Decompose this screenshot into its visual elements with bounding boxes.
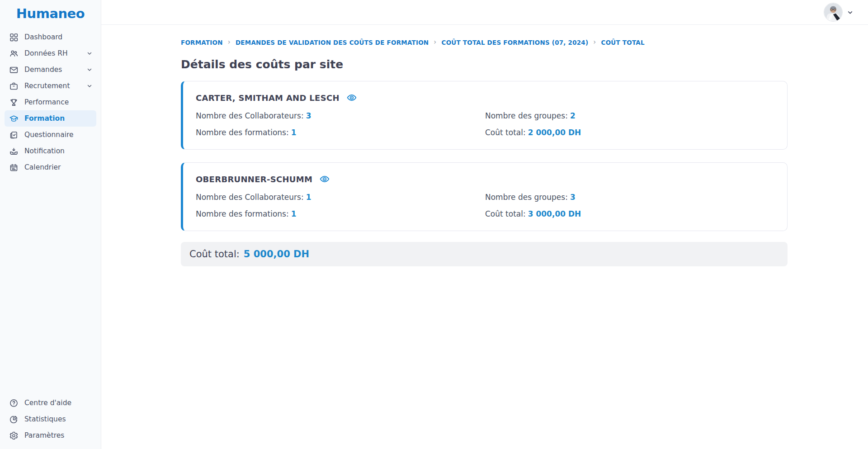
sidebar-item-statistiques[interactable]: Statistiques <box>5 411 96 427</box>
site-card-header: OBERBRUNNER-SCHUMM <box>196 174 774 184</box>
site-name: CARTER, SMITHAM AND LESCH <box>196 93 340 103</box>
chevron-right-icon: › <box>593 38 596 46</box>
sidebar-item-questionnaire[interactable]: Questionnaire <box>5 127 96 143</box>
trophy-icon <box>9 98 19 107</box>
mail-icon <box>9 65 19 75</box>
sidebar-item-performance[interactable]: Performance <box>5 94 96 110</box>
sidebar-nav: Dashboard Données RH Demandes Recr <box>0 28 101 176</box>
sidebar-item-label: Paramètres <box>24 431 64 440</box>
breadcrumb-item-formation[interactable]: FORMATION <box>181 39 223 46</box>
sidebar-footer-nav: Centre d'aide Statistiques Paramètres <box>0 394 101 449</box>
sidebar-item-label: Recrutement <box>24 82 70 90</box>
pie-chart-icon <box>9 415 19 424</box>
sidebar-item-label: Demandes <box>24 66 62 74</box>
stat-value: 1 <box>306 193 311 202</box>
sidebar-item-centre-daide[interactable]: Centre d'aide <box>5 395 96 411</box>
view-site-eye-icon[interactable] <box>346 93 357 103</box>
app-logo: Humaneo <box>0 0 101 28</box>
sidebar-item-label: Formation <box>24 114 65 123</box>
calendar-icon <box>9 163 19 172</box>
inbox-icon <box>9 147 19 156</box>
stat-groupes: Nombre des groupes:2 <box>485 111 774 120</box>
sidebar: Humaneo Dashboard Données RH Demandes <box>0 0 101 449</box>
stat-value: 1 <box>291 209 297 218</box>
breadcrumb: FORMATION › DEMANDES DE VALIDATION DES C… <box>181 38 788 47</box>
graduation-cap-icon <box>9 114 19 123</box>
sidebar-item-demandes[interactable]: Demandes <box>5 61 96 78</box>
breadcrumb-item-demandes-validation[interactable]: DEMANDES DE VALIDATION DES COÛTS DE FORM… <box>236 39 429 46</box>
help-circle-icon <box>9 398 19 408</box>
page-content: FORMATION › DEMANDES DE VALIDATION DES C… <box>101 25 868 266</box>
chevron-right-icon: › <box>434 38 436 46</box>
main-area: FORMATION › DEMANDES DE VALIDATION DES C… <box>101 0 868 449</box>
sidebar-item-label: Notification <box>24 147 65 155</box>
sidebar-item-label: Dashboard <box>24 33 62 41</box>
sidebar-item-dashboard[interactable]: Dashboard <box>5 29 96 45</box>
view-site-eye-icon[interactable] <box>319 174 330 184</box>
sidebar-item-label: Données RH <box>24 49 68 57</box>
stat-cout-total: Coût total:3 000,00 DH <box>485 209 774 218</box>
stat-label: Nombre des groupes: <box>485 111 568 120</box>
chevron-down-icon <box>86 83 93 89</box>
grand-total-value: 5 000,00 DH <box>244 249 309 260</box>
grid-icon <box>9 33 19 42</box>
grand-total-label: Coût total: <box>189 249 240 260</box>
breadcrumb-item-cout-total[interactable]: COÛT TOTAL <box>601 39 645 46</box>
site-card: OBERBRUNNER-SCHUMM Nombre des Collaborat… <box>181 162 788 231</box>
site-stats: Nombre des Collaborateurs:3 Nombre des g… <box>196 111 774 137</box>
breadcrumb-item-cout-total-formations[interactable]: COÛT TOTAL DES FORMATIONS (07, 2024) <box>442 39 589 46</box>
stat-groupes: Nombre des groupes:3 <box>485 193 774 202</box>
site-stats: Nombre des Collaborateurs:1 Nombre des g… <box>196 193 774 218</box>
site-card-header: CARTER, SMITHAM AND LESCH <box>196 93 774 103</box>
stat-label: Nombre des Collaborateurs: <box>196 111 304 120</box>
stat-label: Nombre des Collaborateurs: <box>196 193 304 202</box>
page-title: Détails des coûts par site <box>181 58 788 71</box>
stat-label: Nombre des formations: <box>196 128 289 137</box>
sidebar-item-recrutement[interactable]: Recrutement <box>5 78 96 94</box>
stat-value: 2 <box>570 111 576 120</box>
chevron-down-icon <box>86 66 93 73</box>
stat-value: 3 <box>570 193 576 202</box>
briefcase-icon <box>9 81 19 91</box>
sidebar-item-label: Centre d'aide <box>24 399 71 407</box>
sidebar-item-label: Calendrier <box>24 163 61 171</box>
stat-formations: Nombre des formations:1 <box>196 209 485 218</box>
stat-value: 2 000,00 DH <box>528 128 581 137</box>
stat-value: 1 <box>291 128 297 137</box>
stat-value: 3 <box>306 111 311 120</box>
topbar <box>101 0 868 25</box>
stat-cout-total: Coût total:2 000,00 DH <box>485 128 774 137</box>
chevron-right-icon: › <box>228 38 231 46</box>
chevron-down-icon <box>86 50 93 57</box>
stat-collaborateurs: Nombre des Collaborateurs:3 <box>196 111 485 120</box>
clipboard-check-icon <box>9 130 19 140</box>
stat-label: Nombre des formations: <box>196 209 289 218</box>
gear-icon <box>9 431 19 440</box>
user-avatar[interactable] <box>824 3 843 22</box>
stat-label: Coût total: <box>485 128 526 137</box>
sidebar-item-label: Questionnaire <box>24 131 74 139</box>
stat-formations: Nombre des formations:1 <box>196 128 485 137</box>
site-name: OBERBRUNNER-SCHUMM <box>196 175 312 184</box>
grand-total-bar: Coût total: 5 000,00 DH <box>181 242 788 266</box>
sidebar-item-calendrier[interactable]: Calendrier <box>5 159 96 175</box>
sidebar-item-notification[interactable]: Notification <box>5 143 96 159</box>
stat-collaborateurs: Nombre des Collaborateurs:1 <box>196 193 485 202</box>
sidebar-item-donnees-rh[interactable]: Données RH <box>5 45 96 61</box>
site-card: CARTER, SMITHAM AND LESCH Nombre des Col… <box>181 81 788 150</box>
stat-label: Coût total: <box>485 209 526 218</box>
stat-value: 3 000,00 DH <box>528 209 581 218</box>
stat-label: Nombre des groupes: <box>485 193 568 202</box>
sidebar-item-label: Performance <box>24 98 69 106</box>
sidebar-item-formation[interactable]: Formation <box>5 110 96 127</box>
sidebar-item-parametres[interactable]: Paramètres <box>5 427 96 444</box>
people-icon <box>9 49 19 58</box>
user-menu-chevron-icon[interactable] <box>847 9 854 16</box>
sidebar-item-label: Statistiques <box>24 415 66 423</box>
